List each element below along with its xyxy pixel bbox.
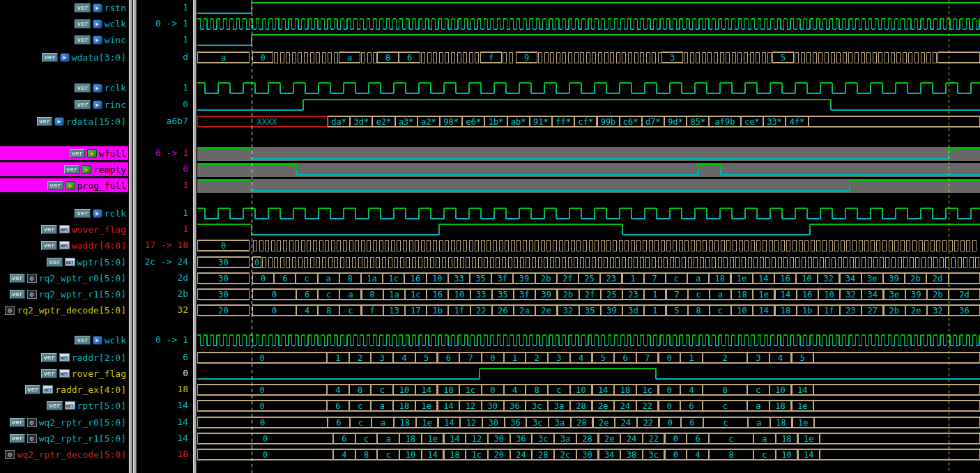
bus-value-label: 6 [695,434,700,444]
bus-hatch-cell [745,240,749,251]
signal-value: 1 [137,206,188,220]
signal-row-wptr-5-0-[interactable]: verNETwptr[5:0] [0,255,128,269]
bus-hatch-cell [861,52,864,63]
bus-hatch-cell [571,240,574,251]
bus-hatch-cell [634,52,638,63]
signal-row-raddr_ex-4-0-[interactable]: verNETraddr_ex[4:0] [0,382,128,396]
bus-hatch-cell [796,257,799,267]
bus-value-label: 4 [342,450,346,460]
signal-row-rq2_wptr_r0-5-0-[interactable]: ver⚙rq2_wptr_r0[5:0] [0,271,128,285]
signal-row-rclk[interactable]: ver▶rclk [0,81,128,95]
signal-row-wq2_rptr_decode-5-0-[interactable]: ⚙wq2_rptr_decode[5:0] [0,447,128,461]
signal-row-wover_flag[interactable]: verNETwover_flag [0,222,128,236]
signal-row-wfull[interactable]: ver▶wfull [0,146,128,160]
bus-value-label: 1e [422,418,431,428]
signal-row-wclk[interactable]: ver▶wclk [0,333,128,347]
bus-hatch-cell [727,240,730,251]
signal-row-rclk[interactable]: ver▶rclk [0,206,128,220]
signal-row-wclk[interactable]: ver▶wclk [0,17,128,31]
output-port-icon: ▶ [87,149,97,158]
signal-row-winc[interactable]: ver▶winc [0,33,128,47]
bus-value-label: 1e [804,434,813,444]
bus-hatch-cell [599,52,602,63]
bus-hatch-cell [595,240,599,251]
clock-trace-low [205,88,971,94]
panel-splitter-values-waves[interactable] [192,0,197,473]
bus-value-label: 14 [443,401,453,411]
bus-value-label: 16 [411,274,420,284]
bus-value-label: 1e [421,401,431,411]
signal-row-rdata-15-0-[interactable]: ver▶rdata[15:0] [0,114,128,128]
bus-value-label: 1a [367,274,376,284]
signal-row-prog_full[interactable]: ver▶prog_full [0,178,128,192]
bus-value-label: 24 [620,401,630,411]
bus-value-label: 4 [305,306,309,316]
bus-value-label: 3 [756,353,760,363]
bus-hatch-cell [275,257,278,267]
signal-row-rq2_wptr_decode-5-0-[interactable]: ⚙rq2_wptr_decode[5:0] [0,303,128,317]
bus-hatch-cell [503,52,507,63]
signal-row-rover_flag[interactable]: verNETrover_flag [0,366,128,380]
bus-hatch-cell [726,52,730,63]
bus-value-label: c [674,274,679,284]
bus-value-label: 7 [652,274,657,284]
bus-hatch-cell [751,240,754,251]
signal-row-rstn[interactable]: ver▶rstn [0,1,128,15]
ver-badge-icon: ver [47,181,63,190]
bus-value-label: 5 [674,306,679,316]
bus-empty-box [949,273,980,284]
bus-value-label: 20 [494,450,504,460]
signal-row-rq2_wptr_r1-5-0-[interactable]: ver⚙rq2_wptr_r1[5:0] [0,287,128,301]
bus-hatch-cell [422,52,425,63]
bus-value-label: 0 [254,258,259,267]
signal-row-wq2_rptr_r0-5-0-[interactable]: ver⚙wq2_rptr_r0[5:0] [0,415,128,429]
signal-row-wq2_rptr_r1-5-0-[interactable]: ver⚙wq2_rptr_r1[5:0] [0,431,128,445]
bus-hatch-cell [709,240,712,251]
output-port-icon: ▶ [54,117,64,126]
bus-hatch-cell [831,52,834,63]
ver-badge-icon: ver [64,165,79,174]
bus-hatch-cell [849,52,852,63]
bus-value-label: 8 [326,306,331,316]
signal-value: 1 [137,1,188,15]
signal-value: 0 -> 1 [137,333,188,347]
waveform-area[interactable]: a0a86f935XXXXda*3d*e2*a3*a2*98*e6*1b*ab*… [197,0,980,473]
bus-hatch-cell [496,257,500,267]
signal-values-panel[interactable]: 10 -> 11d10a6b70 -> 1011117 -> 182c -> 2… [137,0,192,473]
bus-hatch-cell [916,257,919,267]
bus-hatch-cell [787,240,790,251]
bus-hatch-cell [499,240,503,251]
bus-hatch-cell [335,257,338,267]
bus-value-label: 0 [673,434,678,444]
bus-hatch-cell [586,257,590,267]
bus-value-label: c6* [623,117,638,127]
bus-value-label: 6 [407,53,412,63]
bus-value-label: 1e [759,290,769,300]
bus-value-label: 39 [889,274,898,284]
bus-hatch-cell [254,240,257,251]
signal-row-wdata-3-0-[interactable]: ver▶wdata[3:0] [0,50,128,64]
signal-row-waddr-4-0-[interactable]: verNETwaddr[4:0] [0,238,128,252]
bus-hatch-cell [702,52,705,63]
waveform-canvas[interactable]: a0a86f935XXXXda*3d*e2*a3*a2*98*e6*1b*ab*… [197,0,980,473]
signal-row-rptr-5-0-[interactable]: verNETrptr[5:0] [0,398,128,412]
signal-row-rinc[interactable]: ver▶rinc [0,98,128,111]
bus-hatch-cell [697,240,700,251]
bus-value-label: 1b* [489,117,504,127]
panel-splitter-names-values[interactable] [128,0,137,473]
bus-value-label: 30 [582,450,592,460]
bus-hatch-cell [514,257,518,267]
bus-hatch-cell [581,52,584,63]
bus-value-label: 4 [579,353,583,363]
bus-hatch-cell [298,52,302,63]
bus-hatch-cell [307,240,311,251]
signal-row-rempty[interactable]: ver▶rempty [0,162,128,176]
bus-value-label: 10 [775,385,785,395]
bus-hatch-cell [742,257,746,267]
net-icon: NET [59,225,70,233]
signal-names-panel[interactable]: ver▶rstnver▶wclkver▶wincver▶wdata[3:0]ve… [0,0,128,473]
bus-value-label: 28 [538,450,548,460]
bus-value-label: 3d* [353,117,369,127]
bus-hatch-cell [895,240,898,251]
signal-row-raddr-2-0-[interactable]: verNETraddr[2:0] [0,350,128,364]
